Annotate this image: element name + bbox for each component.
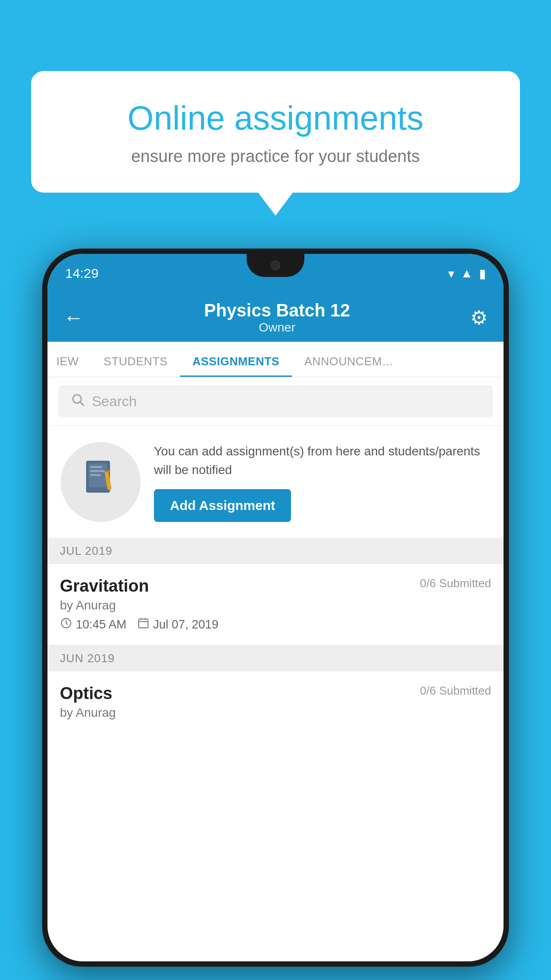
svg-rect-10 (139, 619, 148, 628)
tab-assignments[interactable]: ASSIGNMENTS (180, 342, 292, 377)
svg-rect-5 (90, 470, 105, 472)
svg-rect-4 (90, 466, 102, 468)
assignment-item-gravitation[interactable]: Gravitation 0/6 Submitted by Anurag 10:4… (47, 564, 504, 645)
status-bar: 14:29 ▾ ▲ ▮ (47, 254, 504, 293)
search-placeholder: Search (92, 393, 137, 410)
speech-bubble-title: Online assignments (62, 98, 489, 138)
content-area: Search (47, 377, 504, 730)
battery-icon: ▮ (479, 266, 486, 281)
assignment-by-optics: by Anurag (60, 706, 491, 720)
search-bar[interactable]: Search (58, 385, 493, 417)
svg-line-1 (80, 402, 83, 405)
camera-dot (271, 261, 280, 270)
status-time: 14:29 (65, 266, 98, 281)
section-header-jun: JUN 2019 (47, 645, 504, 672)
header-center: Physics Batch 12 Owner (204, 300, 350, 335)
section-header-jul: JUL 2019 (47, 538, 504, 564)
clock-icon (60, 617, 72, 632)
svg-rect-8 (107, 470, 110, 473)
assignment-submitted-optics: 0/6 Submitted (420, 684, 491, 698)
speech-bubble-container: Online assignments ensure more practice … (31, 71, 520, 193)
assignment-name-optics: Optics (60, 684, 112, 703)
back-button[interactable]: ← (63, 305, 84, 329)
assignment-by-gravitation: by Anurag (60, 598, 491, 612)
assignment-row1-optics: Optics 0/6 Submitted (60, 684, 491, 703)
promo-text: You can add assignment(s) from here and … (154, 442, 490, 479)
calendar-icon (137, 617, 150, 632)
tab-announcements[interactable]: ANNOUNCEM… (292, 342, 406, 377)
assignment-meta-gravitation: 10:45 AM Jul 07, 2019 (60, 617, 491, 632)
assignment-time-gravitation: 10:45 AM (60, 617, 126, 632)
phone-notch (247, 254, 304, 277)
tabs-bar: IEW STUDENTS ASSIGNMENTS ANNOUNCEM… (47, 342, 504, 377)
settings-button[interactable]: ⚙ (470, 306, 488, 329)
speech-bubble-subtitle: ensure more practice for your students (62, 147, 489, 166)
status-icons: ▾ ▲ ▮ (448, 266, 486, 281)
tab-students[interactable]: STUDENTS (91, 342, 180, 377)
svg-rect-6 (90, 474, 101, 476)
tab-iew[interactable]: IEW (47, 342, 91, 377)
assignment-row1: Gravitation 0/6 Submitted (60, 577, 491, 596)
promo-icon-circle (61, 442, 141, 522)
assignment-date-value: Jul 07, 2019 (153, 618, 218, 632)
phone-inner: 14:29 ▾ ▲ ▮ ← Physics Batch 12 Owner ⚙ I… (47, 254, 504, 961)
header-subtitle: Owner (204, 320, 350, 335)
phone-frame: 14:29 ▾ ▲ ▮ ← Physics Batch 12 Owner ⚙ I… (42, 249, 509, 967)
header-title: Physics Batch 12 (204, 300, 350, 320)
wifi-icon: ▾ (448, 266, 454, 281)
assignment-submitted-gravitation: 0/6 Submitted (420, 577, 491, 590)
signal-icon: ▲ (460, 266, 473, 281)
speech-bubble: Online assignments ensure more practice … (31, 71, 520, 193)
search-icon (71, 392, 85, 411)
assignment-time-value: 10:45 AM (76, 618, 126, 632)
assignment-name-gravitation: Gravitation (60, 577, 149, 596)
promo-content: You can add assignment(s) from here and … (154, 442, 490, 522)
add-assignment-button[interactable]: Add Assignment (154, 489, 291, 522)
assignment-icon (81, 458, 121, 506)
app-header: ← Physics Batch 12 Owner ⚙ (47, 293, 504, 342)
assignment-item-optics[interactable]: Optics 0/6 Submitted by Anurag (47, 672, 504, 730)
assignment-date-gravitation: Jul 07, 2019 (137, 617, 218, 632)
search-bar-container: Search (47, 377, 504, 425)
promo-section: You can add assignment(s) from here and … (47, 426, 504, 538)
